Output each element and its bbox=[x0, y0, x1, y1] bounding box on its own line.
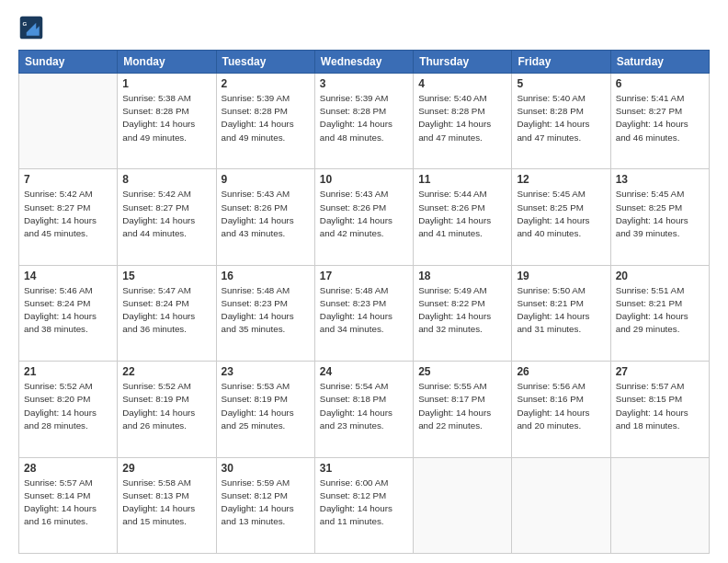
svg-text:G: G bbox=[22, 20, 27, 27]
day-info: Sunrise: 5:40 AM Sunset: 8:28 PM Dayligh… bbox=[418, 92, 506, 144]
calendar-cell: 8Sunrise: 5:42 AM Sunset: 8:27 PM Daylig… bbox=[118, 169, 216, 265]
calendar-cell: 11Sunrise: 5:44 AM Sunset: 8:26 PM Dayli… bbox=[414, 169, 512, 265]
calendar-cell: 18Sunrise: 5:49 AM Sunset: 8:22 PM Dayli… bbox=[414, 265, 512, 361]
day-info: Sunrise: 5:56 AM Sunset: 8:16 PM Dayligh… bbox=[517, 380, 605, 432]
day-info: Sunrise: 5:40 AM Sunset: 8:28 PM Dayligh… bbox=[517, 92, 605, 144]
day-info: Sunrise: 5:42 AM Sunset: 8:27 PM Dayligh… bbox=[122, 188, 210, 240]
week-row-1: 1Sunrise: 5:38 AM Sunset: 8:28 PM Daylig… bbox=[19, 74, 710, 169]
day-number: 27 bbox=[616, 365, 704, 378]
calendar-cell: 22Sunrise: 5:52 AM Sunset: 8:19 PM Dayli… bbox=[118, 362, 216, 457]
calendar-cell: 14Sunrise: 5:46 AM Sunset: 8:24 PM Dayli… bbox=[19, 265, 118, 361]
calendar-header-sunday: Sunday bbox=[19, 51, 118, 74]
day-info: Sunrise: 5:39 AM Sunset: 8:28 PM Dayligh… bbox=[320, 92, 408, 144]
day-number: 14 bbox=[24, 270, 112, 282]
day-info: Sunrise: 5:54 AM Sunset: 8:18 PM Dayligh… bbox=[320, 380, 408, 432]
day-number: 15 bbox=[122, 270, 210, 282]
calendar-cell: 4Sunrise: 5:40 AM Sunset: 8:28 PM Daylig… bbox=[414, 74, 512, 169]
day-info: Sunrise: 5:57 AM Sunset: 8:14 PM Dayligh… bbox=[24, 477, 112, 529]
day-number: 18 bbox=[418, 270, 506, 282]
calendar-header-thursday: Thursday bbox=[414, 51, 512, 74]
day-info: Sunrise: 5:41 AM Sunset: 8:27 PM Dayligh… bbox=[616, 92, 704, 144]
day-number: 29 bbox=[122, 462, 210, 475]
calendar-cell: 30Sunrise: 5:59 AM Sunset: 8:12 PM Dayli… bbox=[216, 457, 314, 553]
day-number: 13 bbox=[616, 173, 704, 186]
calendar-cell: 29Sunrise: 5:58 AM Sunset: 8:13 PM Dayli… bbox=[118, 457, 216, 553]
day-number: 17 bbox=[320, 270, 408, 282]
day-number: 24 bbox=[320, 365, 408, 378]
calendar-header-wednesday: Wednesday bbox=[314, 51, 413, 74]
day-info: Sunrise: 5:43 AM Sunset: 8:26 PM Dayligh… bbox=[222, 188, 310, 240]
calendar-header-monday: Monday bbox=[118, 51, 216, 74]
calendar-cell: 25Sunrise: 5:55 AM Sunset: 8:17 PM Dayli… bbox=[414, 362, 512, 457]
calendar-cell: 31Sunrise: 6:00 AM Sunset: 8:12 PM Dayli… bbox=[314, 457, 413, 553]
day-info: Sunrise: 5:44 AM Sunset: 8:26 PM Dayligh… bbox=[418, 188, 506, 240]
calendar-cell: 21Sunrise: 5:52 AM Sunset: 8:20 PM Dayli… bbox=[19, 362, 118, 457]
day-number: 10 bbox=[320, 173, 408, 186]
day-number: 22 bbox=[122, 365, 210, 378]
header: G bbox=[18, 15, 710, 40]
day-number: 4 bbox=[418, 77, 506, 90]
day-info: Sunrise: 5:43 AM Sunset: 8:26 PM Dayligh… bbox=[320, 188, 408, 240]
calendar-cell: 19Sunrise: 5:50 AM Sunset: 8:21 PM Dayli… bbox=[512, 265, 610, 361]
day-number: 8 bbox=[122, 173, 210, 186]
calendar-cell: 23Sunrise: 5:53 AM Sunset: 8:19 PM Dayli… bbox=[216, 362, 314, 457]
day-number: 30 bbox=[222, 462, 310, 475]
day-info: Sunrise: 5:53 AM Sunset: 8:19 PM Dayligh… bbox=[222, 380, 310, 432]
calendar-cell: 28Sunrise: 5:57 AM Sunset: 8:14 PM Dayli… bbox=[19, 457, 118, 553]
day-info: Sunrise: 5:46 AM Sunset: 8:24 PM Dayligh… bbox=[24, 284, 112, 337]
day-number: 11 bbox=[418, 173, 506, 186]
day-number: 7 bbox=[24, 173, 112, 186]
day-number: 12 bbox=[517, 173, 605, 186]
day-info: Sunrise: 5:52 AM Sunset: 8:19 PM Dayligh… bbox=[122, 380, 210, 432]
calendar-cell: 9Sunrise: 5:43 AM Sunset: 8:26 PM Daylig… bbox=[216, 169, 314, 265]
week-row-2: 7Sunrise: 5:42 AM Sunset: 8:27 PM Daylig… bbox=[19, 169, 710, 265]
day-info: Sunrise: 5:49 AM Sunset: 8:22 PM Dayligh… bbox=[418, 284, 506, 337]
day-info: Sunrise: 5:51 AM Sunset: 8:21 PM Dayligh… bbox=[616, 284, 704, 337]
day-number: 9 bbox=[222, 173, 310, 186]
day-number: 31 bbox=[320, 462, 408, 475]
calendar-header-saturday: Saturday bbox=[610, 51, 709, 74]
calendar-cell: 13Sunrise: 5:45 AM Sunset: 8:25 PM Dayli… bbox=[610, 169, 709, 265]
day-info: Sunrise: 6:00 AM Sunset: 8:12 PM Dayligh… bbox=[320, 477, 408, 529]
calendar: SundayMondayTuesdayWednesdayThursdayFrid… bbox=[18, 50, 710, 554]
day-info: Sunrise: 5:47 AM Sunset: 8:24 PM Dayligh… bbox=[122, 284, 210, 337]
calendar-cell: 17Sunrise: 5:48 AM Sunset: 8:23 PM Dayli… bbox=[314, 265, 413, 361]
day-number: 16 bbox=[222, 270, 310, 282]
day-number: 2 bbox=[222, 77, 310, 90]
calendar-header-friday: Friday bbox=[512, 51, 610, 74]
day-info: Sunrise: 5:38 AM Sunset: 8:28 PM Dayligh… bbox=[122, 92, 210, 144]
calendar-cell: 24Sunrise: 5:54 AM Sunset: 8:18 PM Dayli… bbox=[314, 362, 413, 457]
calendar-cell bbox=[610, 457, 709, 553]
day-info: Sunrise: 5:52 AM Sunset: 8:20 PM Dayligh… bbox=[24, 380, 112, 432]
week-row-5: 28Sunrise: 5:57 AM Sunset: 8:14 PM Dayli… bbox=[19, 457, 710, 553]
page: G SundayMondayTuesdayWednesdayThursdayFr… bbox=[0, 0, 728, 563]
day-info: Sunrise: 5:45 AM Sunset: 8:25 PM Dayligh… bbox=[517, 188, 605, 240]
day-info: Sunrise: 5:59 AM Sunset: 8:12 PM Dayligh… bbox=[222, 477, 310, 529]
calendar-cell: 6Sunrise: 5:41 AM Sunset: 8:27 PM Daylig… bbox=[610, 74, 709, 169]
week-row-3: 14Sunrise: 5:46 AM Sunset: 8:24 PM Dayli… bbox=[19, 265, 710, 361]
calendar-header-row: SundayMondayTuesdayWednesdayThursdayFrid… bbox=[19, 51, 710, 74]
calendar-cell: 3Sunrise: 5:39 AM Sunset: 8:28 PM Daylig… bbox=[314, 74, 413, 169]
day-number: 28 bbox=[24, 462, 112, 475]
calendar-cell: 26Sunrise: 5:56 AM Sunset: 8:16 PM Dayli… bbox=[512, 362, 610, 457]
calendar-cell: 20Sunrise: 5:51 AM Sunset: 8:21 PM Dayli… bbox=[610, 265, 709, 361]
day-number: 23 bbox=[222, 365, 310, 378]
day-info: Sunrise: 5:39 AM Sunset: 8:28 PM Dayligh… bbox=[222, 92, 310, 144]
calendar-cell: 12Sunrise: 5:45 AM Sunset: 8:25 PM Dayli… bbox=[512, 169, 610, 265]
calendar-cell: 2Sunrise: 5:39 AM Sunset: 8:28 PM Daylig… bbox=[216, 74, 314, 169]
week-row-4: 21Sunrise: 5:52 AM Sunset: 8:20 PM Dayli… bbox=[19, 362, 710, 457]
day-info: Sunrise: 5:48 AM Sunset: 8:23 PM Dayligh… bbox=[222, 284, 310, 337]
day-number: 1 bbox=[122, 77, 210, 90]
calendar-header-tuesday: Tuesday bbox=[216, 51, 314, 74]
calendar-cell bbox=[512, 457, 610, 553]
calendar-cell: 7Sunrise: 5:42 AM Sunset: 8:27 PM Daylig… bbox=[19, 169, 118, 265]
calendar-cell bbox=[19, 74, 118, 169]
day-info: Sunrise: 5:48 AM Sunset: 8:23 PM Dayligh… bbox=[320, 284, 408, 337]
day-info: Sunrise: 5:45 AM Sunset: 8:25 PM Dayligh… bbox=[616, 188, 704, 240]
calendar-cell: 5Sunrise: 5:40 AM Sunset: 8:28 PM Daylig… bbox=[512, 74, 610, 169]
day-info: Sunrise: 5:50 AM Sunset: 8:21 PM Dayligh… bbox=[517, 284, 605, 337]
calendar-cell: 27Sunrise: 5:57 AM Sunset: 8:15 PM Dayli… bbox=[610, 362, 709, 457]
day-info: Sunrise: 5:58 AM Sunset: 8:13 PM Dayligh… bbox=[122, 477, 210, 529]
day-number: 20 bbox=[616, 270, 704, 282]
day-info: Sunrise: 5:57 AM Sunset: 8:15 PM Dayligh… bbox=[616, 380, 704, 432]
